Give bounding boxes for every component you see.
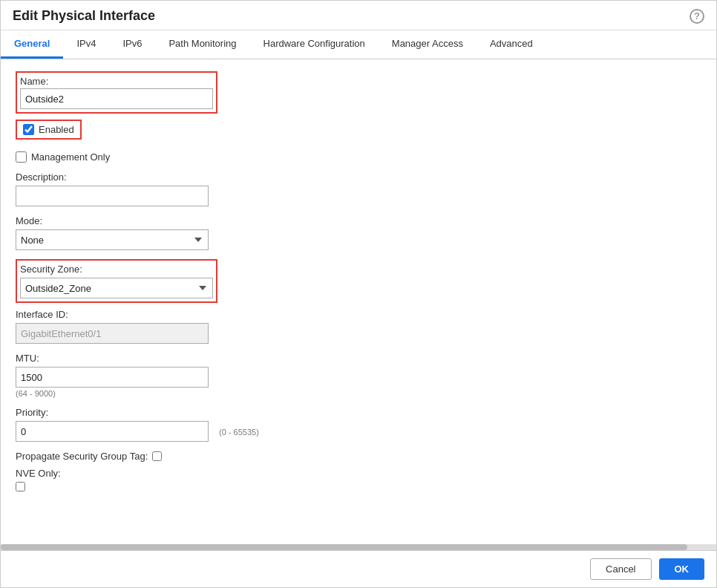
security-zone-group: Security Zone: Outside2_Zone Inside_Zone… [16, 259, 217, 303]
tab-ipv4[interactable]: IPv4 [63, 30, 109, 59]
name-input[interactable] [20, 88, 213, 109]
name-field-group: Name: [16, 71, 217, 114]
interface-id-label: Interface ID: [16, 309, 701, 320]
ok-button[interactable]: OK [659, 558, 705, 580]
enabled-label[interactable]: Enabled [23, 124, 74, 135]
mtu-label: MTU: [16, 353, 701, 364]
management-only-label[interactable]: Management Only [16, 151, 701, 163]
form-content: Name: Enabled Management Only Descriptio… [1, 59, 716, 544]
enabled-checkbox[interactable] [23, 124, 34, 135]
nve-only-checkbox[interactable] [16, 482, 25, 491]
mode-group: Mode: None Inline Passive Erspan [16, 215, 701, 250]
nve-only-label: NVE Only: [16, 468, 701, 479]
dialog-header: Edit Physical Interface ? [1, 1, 716, 30]
priority-hint: (0 - 65535) [219, 428, 259, 437]
tab-advanced[interactable]: Advanced [477, 30, 546, 59]
priority-row: (0 - 65535) [16, 421, 701, 442]
tab-bar: General IPv4 IPv6 Path Monitoring Hardwa… [1, 30, 716, 59]
description-label: Description: [16, 172, 701, 183]
tab-general[interactable]: General [1, 30, 63, 59]
priority-label: Priority: [16, 407, 701, 418]
management-only-checkbox[interactable] [16, 151, 27, 163]
mtu-hint: (64 - 9000) [16, 389, 701, 398]
tab-hardware-configuration[interactable]: Hardware Configuration [250, 30, 379, 59]
edit-physical-interface-dialog: Edit Physical Interface ? General IPv4 I… [0, 0, 717, 588]
dialog-footer: Cancel OK [1, 550, 716, 587]
tab-manager-access[interactable]: Manager Access [379, 30, 477, 59]
security-zone-label: Security Zone: [20, 264, 213, 275]
description-input[interactable] [16, 186, 209, 206]
cancel-button[interactable]: Cancel [590, 558, 651, 580]
name-label: Name: [20, 76, 213, 87]
interface-id-group: Interface ID: GigabitEthernet0/1 [16, 309, 701, 344]
tab-path-monitoring[interactable]: Path Monitoring [155, 30, 249, 59]
management-only-group: Management Only [16, 151, 701, 163]
propagate-label: Propagate Security Group Tag: [16, 451, 148, 462]
scrollbar-area[interactable] [1, 544, 716, 550]
interface-id-value: GigabitEthernet0/1 [16, 323, 209, 344]
scrollbar-thumb[interactable] [1, 544, 687, 550]
mtu-input[interactable] [16, 367, 209, 388]
propagate-checkbox[interactable] [152, 451, 162, 461]
enabled-text: Enabled [39, 124, 74, 135]
mtu-group: MTU: (64 - 9000) [16, 353, 701, 398]
security-zone-select[interactable]: Outside2_Zone Inside_Zone DMZ_Zone [20, 278, 213, 298]
priority-input[interactable] [16, 421, 209, 442]
description-group: Description: [16, 172, 701, 206]
propagate-group: Propagate Security Group Tag: [16, 451, 701, 462]
priority-group: Priority: (0 - 65535) [16, 407, 701, 442]
nve-only-group: NVE Only: [16, 468, 701, 494]
enabled-checkbox-group: Enabled [16, 120, 82, 140]
help-icon[interactable]: ? [690, 9, 704, 24]
mode-select[interactable]: None Inline Passive Erspan [16, 229, 209, 250]
mode-label: Mode: [16, 215, 701, 226]
tab-ipv6[interactable]: IPv6 [109, 30, 155, 59]
management-only-text: Management Only [31, 151, 110, 163]
dialog-title: Edit Physical Interface [13, 8, 155, 24]
